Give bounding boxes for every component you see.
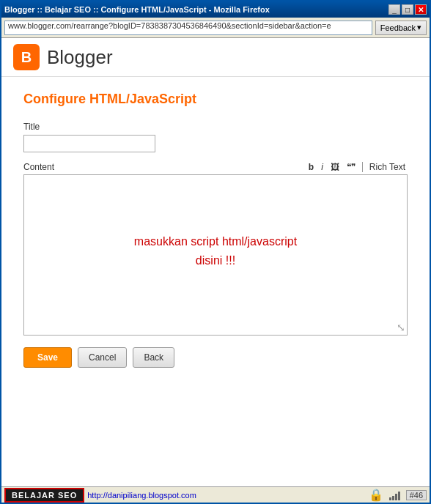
restore-button[interactable]: □ bbox=[402, 4, 413, 15]
form-area: Configure HTML/JavaScript Title Content … bbox=[1, 77, 430, 486]
status-left: Belajar SEO http://danipiliang.blogspot.… bbox=[4, 488, 196, 503]
quote-icon: ❝❞ bbox=[347, 162, 356, 172]
signal-bar-4 bbox=[398, 492, 400, 500]
dropdown-arrow-icon: ▾ bbox=[417, 23, 421, 32]
rich-text-button[interactable]: Rich Text bbox=[367, 161, 408, 173]
blogger-logo-letter: B bbox=[21, 49, 32, 66]
back-button[interactable]: Back bbox=[133, 347, 174, 368]
bold-button[interactable]: b bbox=[306, 161, 316, 173]
page-counter: #46 bbox=[406, 490, 427, 500]
signal-bar-1 bbox=[389, 497, 391, 500]
status-url[interactable]: http://danipiliang.blogspot.com bbox=[87, 491, 196, 500]
address-bar: www.blogger.com/rearrange?blogID=7838387… bbox=[1, 18, 430, 38]
belajar-seo-badge: Belajar SEO bbox=[4, 488, 84, 503]
title-input[interactable] bbox=[23, 135, 155, 152]
content-field-group: Content b i 🖼 ❝❞ Rich Text bbox=[23, 161, 408, 336]
action-buttons-row: Save Cancel Back bbox=[23, 347, 408, 368]
content-placeholder: masukkan script html/javascript disini !… bbox=[134, 232, 297, 270]
window-title: Blogger :: Belajar SEO :: Configure HTML… bbox=[4, 5, 270, 14]
window-controls: _ □ ✕ bbox=[388, 4, 427, 15]
close-button[interactable]: ✕ bbox=[415, 4, 427, 15]
toolbar-separator bbox=[362, 162, 363, 172]
lock-icon: 🔒 bbox=[369, 488, 383, 502]
status-right: 🔒 #46 bbox=[369, 488, 427, 502]
image-button[interactable]: 🖼 bbox=[328, 161, 342, 173]
blogger-logo-icon: B bbox=[13, 44, 40, 70]
save-button[interactable]: Save bbox=[23, 347, 72, 368]
italic-button[interactable]: i bbox=[319, 161, 325, 173]
feedback-label: Feedback bbox=[380, 23, 416, 32]
status-bar: Belajar SEO http://danipiliang.blogspot.… bbox=[1, 486, 430, 503]
content-toolbar: Content b i 🖼 ❝❞ Rich Text bbox=[23, 161, 408, 173]
cancel-button[interactable]: Cancel bbox=[78, 347, 127, 368]
placeholder-line2: disini !!! bbox=[134, 251, 297, 270]
title-field-group: Title bbox=[23, 122, 408, 152]
image-icon: 🖼 bbox=[331, 162, 339, 172]
browser-window: Blogger :: Belajar SEO :: Configure HTML… bbox=[0, 0, 431, 504]
blogger-header: B Blogger bbox=[1, 38, 430, 77]
blogger-logo-text: Blogger bbox=[47, 46, 113, 69]
page-content: B Blogger Configure HTML/JavaScript Titl… bbox=[1, 38, 430, 486]
feedback-button[interactable]: Feedback ▾ bbox=[375, 21, 427, 35]
toolbar-buttons: b i 🖼 ❝❞ Rich Text bbox=[306, 161, 408, 173]
placeholder-line1: masukkan script html/javascript bbox=[134, 232, 297, 251]
title-label: Title bbox=[23, 122, 408, 132]
signal-bars bbox=[389, 490, 400, 500]
content-textarea-area[interactable]: masukkan script html/javascript disini !… bbox=[23, 174, 408, 336]
page-title: Configure HTML/JavaScript bbox=[23, 92, 408, 107]
resize-handle-icon: ⤡ bbox=[397, 322, 405, 333]
minimize-button[interactable]: _ bbox=[388, 4, 400, 15]
content-label: Content bbox=[23, 162, 54, 172]
address-input[interactable]: www.blogger.com/rearrange?blogID=7838387… bbox=[4, 21, 372, 35]
title-bar: Blogger :: Belajar SEO :: Configure HTML… bbox=[1, 1, 430, 18]
textarea-wrapper: masukkan script html/javascript disini !… bbox=[23, 174, 408, 336]
signal-bar-3 bbox=[395, 494, 397, 500]
signal-bar-2 bbox=[392, 496, 394, 500]
quote-button[interactable]: ❝❞ bbox=[345, 161, 358, 173]
